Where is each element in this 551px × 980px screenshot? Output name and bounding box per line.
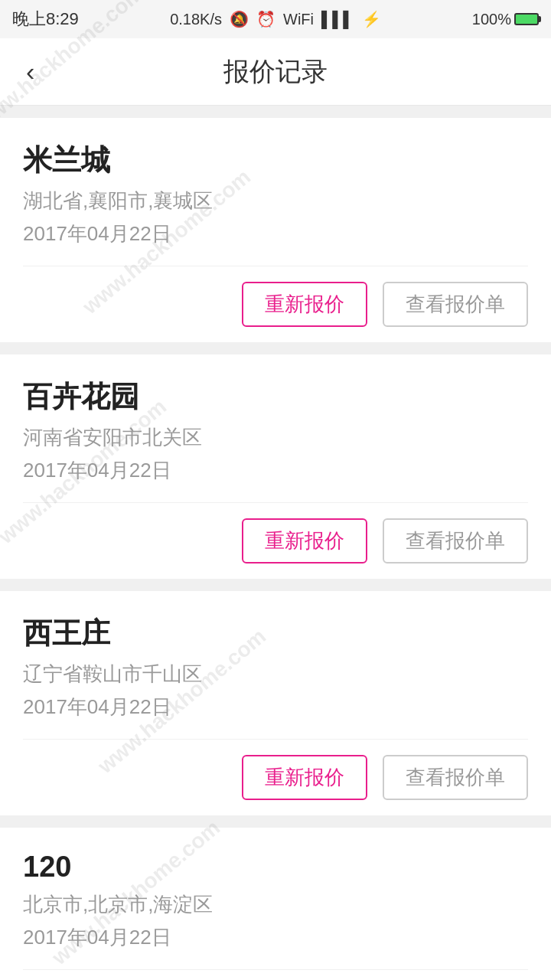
- status-right: 100%: [472, 11, 539, 28]
- card-divider: [0, 815, 551, 828]
- item-address: 北京市,北京市,海淀区: [23, 891, 528, 918]
- list-item: 百卉花园 河南省安阳市北关区 2017年04月22日 重新报价 查看报价单: [0, 354, 551, 579]
- network-speed: 0.18K/s: [170, 11, 222, 28]
- item-date: 2017年04月22日: [23, 457, 528, 484]
- list-item: 西王庄 辽宁省鞍山市千山区 2017年04月22日 重新报价 查看报价单: [0, 591, 551, 815]
- item-actions: 重新报价 查看报价单: [23, 266, 528, 342]
- signal-icon: 🔕: [230, 10, 249, 28]
- battery-icon: [514, 13, 539, 25]
- battery-percent: 100%: [472, 11, 511, 28]
- item-name: 西王庄: [23, 614, 528, 653]
- item-name: 120: [23, 851, 528, 884]
- item-name: 百卉花园: [23, 377, 528, 416]
- item-date: 2017年04月22日: [23, 694, 528, 720]
- view-quote-button[interactable]: 查看报价单: [383, 755, 528, 800]
- requote-button[interactable]: 重新报价: [242, 755, 367, 800]
- battery-indicator: 100%: [472, 11, 539, 28]
- nav-bar: ‹ 报价记录: [0, 38, 551, 106]
- page-title: 报价记录: [223, 54, 328, 90]
- card-divider: [0, 342, 551, 354]
- requote-button[interactable]: 重新报价: [242, 518, 367, 564]
- item-address: 辽宁省鞍山市千山区: [23, 661, 528, 688]
- bars-icon: ▌▌▌: [321, 11, 354, 28]
- item-actions: 重新报价 查看报价单: [23, 502, 528, 579]
- status-time: 晚上8:29: [12, 8, 79, 31]
- item-address: 湖北省,襄阳市,襄城区: [23, 188, 528, 214]
- bolt-icon: ⚡: [362, 10, 381, 28]
- back-button[interactable]: ‹: [18, 49, 42, 94]
- item-address: 河南省安阳市北关区: [23, 424, 528, 451]
- requote-button[interactable]: 重新报价: [242, 282, 367, 327]
- status-center: 0.18K/s 🔕 ⏰ WiFi ▌▌▌ ⚡: [170, 10, 380, 28]
- item-actions: 重新报价 查看报价单: [23, 739, 528, 815]
- item-date: 2017年04月22日: [23, 220, 528, 247]
- list-item: 米兰城 湖北省,襄阳市,襄城区 2017年04月22日 重新报价 查看报价单: [0, 118, 551, 342]
- top-divider: [0, 106, 551, 118]
- item-name: 米兰城: [23, 141, 528, 180]
- wifi-icon: WiFi: [283, 11, 314, 28]
- view-quote-button[interactable]: 查看报价单: [383, 518, 528, 564]
- status-bar: 晚上8:29 0.18K/s 🔕 ⏰ WiFi ▌▌▌ ⚡ 100%: [0, 0, 551, 38]
- alarm-icon: ⏰: [256, 10, 276, 28]
- view-quote-button[interactable]: 查看报价单: [383, 282, 528, 327]
- item-date: 2017年04月22日: [23, 924, 528, 951]
- quote-list: 米兰城 湖北省,襄阳市,襄城区 2017年04月22日 重新报价 查看报价单 百…: [0, 118, 551, 980]
- list-item: 120 北京市,北京市,海淀区 2017年04月22日 重新报价 查看报价单: [0, 828, 551, 980]
- card-divider: [0, 579, 551, 591]
- item-actions: 重新报价 查看报价单: [23, 969, 528, 980]
